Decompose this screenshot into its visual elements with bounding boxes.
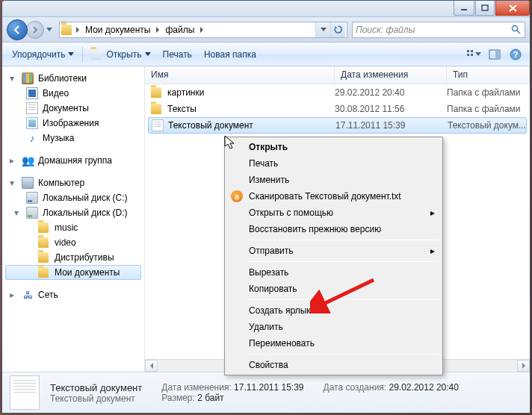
organize-button[interactable]: Упорядочить xyxy=(7,46,79,63)
chevron-right-icon[interactable] xyxy=(73,27,82,33)
forward-button[interactable] xyxy=(26,21,44,39)
avast-icon: a xyxy=(231,190,243,202)
context-menu: Открыть Печать Изменить aСканировать Тек… xyxy=(224,137,443,375)
file-row[interactable]: Текстовый документ 17.11.2011 15:39 Текс… xyxy=(148,117,527,134)
sidebar-item-documents[interactable]: Документы xyxy=(2,101,144,116)
folder-icon xyxy=(151,103,163,115)
svg-point-2 xyxy=(512,26,517,31)
breadcrumb-item[interactable]: Мои документы xyxy=(82,22,153,37)
chevron-right-icon[interactable] xyxy=(153,27,162,33)
open-button[interactable]: Открыть xyxy=(86,46,155,63)
nav-history-dropdown[interactable] xyxy=(44,22,55,37)
svg-rect-0 xyxy=(461,9,467,10)
file-row[interactable]: картинки 29.02.2012 20:40 Папка с файлам… xyxy=(145,84,530,101)
folder-icon xyxy=(61,24,73,36)
ctx-copy[interactable]: Копировать xyxy=(226,281,441,297)
column-name[interactable]: Имя xyxy=(145,66,335,84)
sidebar-item-folder[interactable]: Дистрибутивы xyxy=(2,250,144,265)
chevron-down-icon xyxy=(145,52,151,56)
ctx-open[interactable]: Открыть xyxy=(226,139,441,155)
new-folder-button[interactable]: Новая папка xyxy=(199,46,262,63)
ctx-send-to[interactable]: Отправить▸ xyxy=(226,243,441,259)
network-group[interactable]: ▸🖧Сеть xyxy=(2,287,144,302)
homegroup-icon: 👥 xyxy=(22,155,34,166)
back-button[interactable] xyxy=(7,19,28,40)
submenu-arrow-icon: ▸ xyxy=(430,246,435,256)
sidebar-item-drive-d[interactable]: ▾Локальный диск (D:) xyxy=(2,205,144,220)
sidebar-item-video[interactable]: Видео xyxy=(2,86,144,101)
ctx-scan[interactable]: aСканировать Текстовый документ.txt xyxy=(226,188,441,205)
details-pane: Текстовый документ Текстовый документ Да… xyxy=(2,372,530,413)
scroll-right-button[interactable] xyxy=(517,360,530,372)
address-dropdown[interactable] xyxy=(315,22,330,37)
documents-icon xyxy=(26,102,38,114)
ctx-open-with[interactable]: Открыть с помощью▸ xyxy=(226,205,441,221)
svg-rect-4 xyxy=(467,50,469,52)
file-type-icon xyxy=(10,375,40,410)
expand-icon: ▾ xyxy=(14,208,22,218)
column-date[interactable]: Дата изменения xyxy=(335,66,447,84)
label: Дата изменения: xyxy=(161,382,232,393)
submenu-arrow-icon: ▸ xyxy=(430,208,435,218)
ctx-restore[interactable]: Восстановить прежнюю версию xyxy=(226,221,441,237)
svg-text:?: ? xyxy=(513,50,519,59)
ctx-print[interactable]: Печать xyxy=(226,155,441,172)
details-subtitle: Текстовый документ xyxy=(50,393,142,404)
help-button[interactable]: ? xyxy=(506,46,525,63)
ctx-properties[interactable]: Свойства xyxy=(226,357,441,373)
navigation-bar: Мои документы файлы Поиск: файлы xyxy=(2,17,530,43)
drive-icon xyxy=(26,207,38,219)
address-bar[interactable]: Мои документы файлы xyxy=(59,22,347,38)
sidebar-item-drive-c[interactable]: Локальный диск (C:) xyxy=(2,190,144,205)
expand-icon: ▾ xyxy=(10,178,17,188)
ctx-edit[interactable]: Изменить xyxy=(226,172,441,188)
view-options-button[interactable] xyxy=(464,46,483,63)
sidebar-item-folder[interactable]: Мои документы xyxy=(5,265,141,280)
network-icon: 🖧 xyxy=(22,289,34,301)
minimize-button[interactable] xyxy=(454,1,474,16)
file-type: Папка с файлами xyxy=(447,87,530,98)
toolbar: Упорядочить Открыть Печать Новая папка ? xyxy=(2,43,530,66)
breadcrumb-item[interactable]: файлы xyxy=(162,22,197,37)
svg-rect-1 xyxy=(482,5,488,10)
label: Размер: xyxy=(161,393,195,403)
file-row[interactable]: Тексты 30.08.2012 11:56 Папка с файлами xyxy=(145,101,530,117)
close-button[interactable] xyxy=(495,1,530,16)
svg-rect-9 xyxy=(495,50,500,59)
sidebar-item-music[interactable]: ♪Музыка xyxy=(2,131,144,146)
folder-icon xyxy=(38,266,50,278)
value: 29.02.2012 20:40 xyxy=(389,382,459,393)
ctx-delete[interactable]: Удалить xyxy=(226,319,441,335)
sidebar-item-folder[interactable]: video xyxy=(2,235,144,250)
libraries-group[interactable]: ▾Библиотеки xyxy=(2,71,144,86)
folder-icon xyxy=(38,222,50,234)
chevron-right-icon[interactable] xyxy=(197,27,206,33)
sidebar-item-images[interactable]: Изображения xyxy=(2,116,144,131)
label: Дата создания: xyxy=(324,382,387,393)
svg-rect-6 xyxy=(467,54,469,56)
title-bar xyxy=(2,1,530,17)
ctx-shortcut[interactable]: Создать ярлык xyxy=(226,302,441,319)
search-input[interactable]: Поиск: файлы xyxy=(352,22,525,38)
file-date: 29.02.2012 20:40 xyxy=(335,87,447,98)
sidebar-item-folder[interactable]: music xyxy=(2,220,144,235)
separator xyxy=(247,261,439,262)
folder-icon xyxy=(38,252,50,263)
computer-group[interactable]: ▾Компьютер xyxy=(2,175,144,190)
separator xyxy=(247,299,439,300)
ctx-rename[interactable]: Переименовать xyxy=(226,335,441,352)
folder-icon xyxy=(151,87,163,99)
refresh-button[interactable] xyxy=(330,22,345,37)
scroll-left-button[interactable] xyxy=(145,360,158,372)
column-type[interactable]: Тип xyxy=(447,66,530,84)
preview-pane-button[interactable] xyxy=(485,46,504,63)
print-button[interactable]: Печать xyxy=(158,46,197,63)
libraries-icon xyxy=(22,72,34,84)
folder-icon xyxy=(38,237,50,249)
maximize-button[interactable] xyxy=(475,1,495,16)
svg-line-3 xyxy=(517,31,520,34)
homegroup[interactable]: ▸👥Домашняя группа xyxy=(2,153,144,168)
ctx-cut[interactable]: Вырезать xyxy=(226,264,441,281)
file-date: 30.08.2012 11:56 xyxy=(335,104,447,114)
search-icon xyxy=(510,25,522,34)
